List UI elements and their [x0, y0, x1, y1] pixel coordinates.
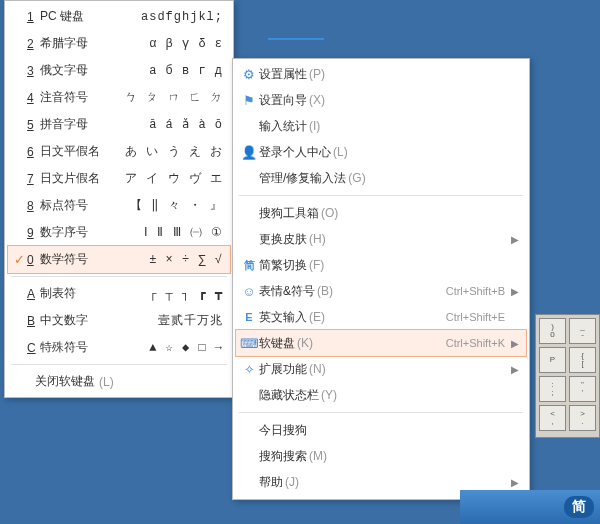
context-menu-item[interactable]: ✧扩展功能(N)▶ [233, 356, 529, 382]
menu-item-label: 设置向导 [259, 92, 307, 109]
smile-icon: ☺ [239, 284, 259, 299]
submenu-arrow-icon: ▶ [511, 477, 519, 488]
soft-keyboard-category-item[interactable]: B中文数字壹贰千万兆 [5, 307, 233, 334]
soft-keyboard-category-item[interactable]: A制表符┌ ┬ ┐ ┏ ┳ [5, 280, 233, 307]
soft-keyboard-category-item[interactable]: 2希腊字母α β γ δ ε [5, 30, 233, 57]
context-menu-item[interactable]: 搜狗搜索(M) [233, 443, 529, 469]
menu-item-label: 希腊字母 [40, 35, 88, 52]
key-lower-label: . [581, 418, 583, 426]
keyboard-key[interactable]: <, [539, 405, 566, 431]
menu-separator [239, 412, 523, 413]
menu-item-accelerator: (L) [99, 375, 114, 389]
context-menu-item[interactable]: ☺表情&符号(B)Ctrl+Shift+B▶ [233, 278, 529, 304]
menu-item-label: 更换皮肤 [259, 231, 307, 248]
soft-keyboard-category-item[interactable]: 4注音符号ㄅ ㄆ ㄇ ㄈ ㄉ [5, 84, 233, 111]
menu-item-accelerator: (E) [309, 310, 325, 324]
ime-indicator-zh-icon[interactable]: 简 [564, 496, 594, 518]
context-menu-item[interactable]: 今日搜狗 [233, 417, 529, 443]
context-menu-item[interactable]: ⚙设置属性(P) [233, 61, 529, 87]
menu-item-accelerator: (O) [321, 206, 338, 220]
key-lower-label: 0 [550, 331, 554, 339]
keyboard-key[interactable]: {[ [569, 347, 596, 373]
menu-item-accelerator: (J) [285, 475, 299, 489]
close-soft-keyboard-item[interactable]: 关闭软键盘 (L) [5, 368, 233, 395]
menu-item-label: 日文平假名 [40, 143, 100, 160]
menu-item-sample: ± × ÷ ∑ √ [88, 253, 227, 267]
flag-icon: ⚑ [239, 93, 259, 108]
soft-keyboard-category-item[interactable]: 8标点符号【 ‖ 々 ・ 』 [5, 192, 233, 219]
soft-keyboard-category-item[interactable]: 1PC 键盘asdfghjkl; [5, 3, 233, 30]
menu-item-accelerator: (G) [348, 171, 365, 185]
context-menu-item[interactable]: ⌨软键盘(K)Ctrl+Shift+K▶ [235, 329, 527, 357]
keyboard-key[interactable]: _- [569, 318, 596, 344]
menu-item-sample: ┌ ┬ ┐ ┏ ┳ [76, 286, 227, 301]
menu-item-label: 数学符号 [40, 251, 88, 268]
context-menu-item[interactable]: 输入统计(I) [233, 113, 529, 139]
gear-icon: ⚙ [239, 67, 259, 82]
keyboard-key[interactable]: "' [569, 376, 596, 402]
context-menu-item[interactable]: 简简繁切换(F) [233, 252, 529, 278]
context-menu-item[interactable]: ⚑设置向导(X) [233, 87, 529, 113]
soft-keyboard-category-item[interactable]: ✓0数学符号± × ÷ ∑ √ [7, 245, 231, 274]
menu-item-label: 表情&符号 [259, 283, 315, 300]
key-lower-label: , [551, 418, 553, 426]
menu-item-label: 扩展功能 [259, 361, 307, 378]
menu-item-label: 注音符号 [40, 89, 88, 106]
menu-item-hotkey: 8 [27, 199, 36, 213]
menu-item-accelerator: (X) [309, 93, 325, 107]
soft-keyboard-category-item[interactable]: 9数字序号Ⅰ Ⅱ Ⅲ ㈠ ① [5, 219, 233, 246]
menu-item-hotkey: 7 [27, 172, 36, 186]
menu-item-label: 设置属性 [259, 66, 307, 83]
menu-item-label: 俄文字母 [40, 62, 88, 79]
menu-item-accelerator: (I) [309, 119, 320, 133]
context-menu-item[interactable]: 管理/修复输入法(G) [233, 165, 529, 191]
context-menu-item[interactable]: 搜狗工具箱(O) [233, 200, 529, 226]
menu-item-label: 关闭软键盘 [35, 373, 95, 390]
menu-item-hotkey: 5 [27, 118, 36, 132]
soft-keyboard-category-item[interactable]: 7日文片假名ア イ ウ ヴ エ [5, 165, 233, 192]
soft-keyboard-category-item[interactable]: 5拼音字母ā á ǎ à ō [5, 111, 233, 138]
keyboard-icon: ⌨ [239, 336, 259, 351]
key-upper-label: P [550, 356, 555, 364]
soft-keyboard-category-item[interactable]: 3俄文字母а б в г д [5, 57, 233, 84]
context-menu-item[interactable]: 👤登录个人中心(L) [233, 139, 529, 165]
menu-item-sample: ア イ ウ ヴ エ [100, 170, 227, 187]
menu-item-accelerator: (F) [309, 258, 324, 272]
submenu-arrow-icon: ▶ [511, 338, 519, 349]
keyboard-key[interactable]: P [539, 347, 566, 373]
key-lower-label: ' [582, 389, 584, 397]
menu-item-hotkey: 1 [27, 10, 36, 24]
menu-item-accelerator: (H) [309, 232, 326, 246]
menu-item-label: 制表符 [40, 285, 76, 302]
menu-item-sample: ㄅ ㄆ ㄇ ㄈ ㄉ [88, 89, 227, 106]
key-lower-label: - [581, 331, 584, 339]
keyboard-key[interactable]: :; [539, 376, 566, 402]
soft-keyboard-category-item[interactable]: C特殊符号▲ ☆ ◆ □ → [5, 334, 233, 361]
menu-separator [11, 276, 227, 277]
context-menu-item[interactable]: E英文输入(E)Ctrl+Shift+E [233, 304, 529, 330]
keyboard-key[interactable]: )0 [539, 318, 566, 344]
context-menu-item[interactable]: 隐藏状态栏(Y) [233, 382, 529, 408]
menu-item-hotkey: B [27, 314, 36, 328]
menu-item-sample: 【 ‖ 々 ・ 』 [88, 197, 227, 214]
E-icon: E [239, 311, 259, 323]
menu-item-hotkey: 2 [27, 37, 36, 51]
context-menu-item[interactable]: 更换皮肤(H)▶ [233, 226, 529, 252]
keyboard-row: P{[ [539, 347, 596, 373]
menu-item-sample: α β γ δ ε [88, 37, 227, 51]
menu-item-sample: あ い う え お [100, 143, 227, 160]
keyboard-row: :;"' [539, 376, 596, 402]
menu-item-label: 软键盘 [259, 335, 295, 352]
menu-item-label: 隐藏状态栏 [259, 387, 319, 404]
soft-keyboard-category-item[interactable]: 6日文平假名あ い う え お [5, 138, 233, 165]
simp-icon: 简 [239, 258, 259, 273]
taskbar: 简 [460, 490, 600, 524]
menu-item-hotkey: 9 [27, 226, 36, 240]
keyboard-key[interactable]: >. [569, 405, 596, 431]
menu-item-label: 输入统计 [259, 118, 307, 135]
menu-item-sample: Ⅰ Ⅱ Ⅲ ㈠ ① [88, 224, 227, 241]
menu-item-hotkey: 6 [27, 145, 36, 159]
menu-separator [239, 195, 523, 196]
menu-item-accelerator: (M) [309, 449, 327, 463]
key-lower-label: [ [581, 360, 583, 368]
